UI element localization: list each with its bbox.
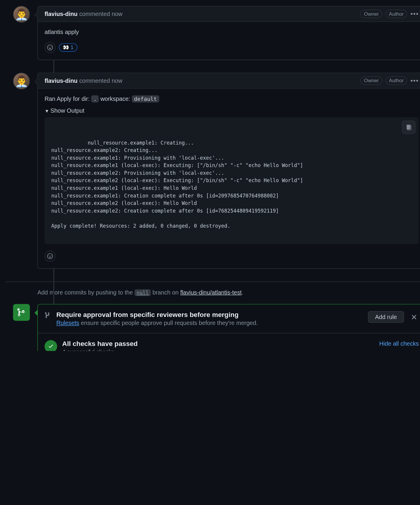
- comment-body: atlantis apply: [38, 22, 420, 42]
- comment-header: flavius-dinu commented now Owner Author …: [38, 73, 420, 89]
- rulesets-link[interactable]: Rulesets: [56, 320, 79, 326]
- author-link[interactable]: flavius-dinu: [45, 11, 78, 17]
- ruleset-title: Require approval from specific reviewers…: [56, 311, 363, 319]
- author-link[interactable]: flavius-dinu: [45, 77, 78, 84]
- reaction-count: 1: [71, 45, 73, 51]
- repo-link[interactable]: flavius-dinu/atlantis-test: [180, 289, 242, 296]
- workspace-code: default: [132, 95, 159, 102]
- avatar[interactable]: [13, 73, 30, 90]
- git-branch-icon: [45, 312, 51, 319]
- ran-apply-prefix: Ran Apply for dir:: [45, 95, 91, 102]
- output-code-block: null_resource.example1: Creating... null…: [45, 117, 419, 244]
- merge-panel: Require approval from specific reviewers…: [38, 304, 420, 351]
- checks-title: All checks have passed: [62, 340, 138, 348]
- kebab-menu-icon[interactable]: •••: [411, 10, 419, 18]
- owner-badge: Owner: [361, 77, 382, 85]
- eyes-reaction[interactable]: 👀 1: [59, 43, 77, 51]
- author-badge: Author: [385, 10, 407, 18]
- show-output-summary[interactable]: Show Output: [45, 107, 419, 114]
- checks-subtitle: 4 successful checks: [62, 349, 138, 351]
- branch-name: null: [135, 289, 151, 296]
- push-hint-text: .: [242, 289, 243, 296]
- copy-icon[interactable]: [402, 121, 415, 134]
- add-reaction-icon[interactable]: [45, 251, 56, 262]
- dir-code: .: [91, 95, 99, 102]
- comment-item: flavius-dinu commented now Owner Author …: [38, 73, 420, 269]
- avatar[interactable]: [13, 6, 30, 23]
- add-reaction-icon[interactable]: [45, 42, 56, 53]
- push-hint-text: Add more commits by pushing to the: [38, 289, 135, 296]
- comment-time[interactable]: now: [112, 11, 122, 17]
- push-hint: Add more commits by pushing to the null …: [38, 289, 420, 296]
- close-icon[interactable]: ✕: [409, 311, 419, 324]
- add-rule-button[interactable]: Add rule: [368, 311, 404, 323]
- workspace-label: workspace:: [101, 95, 132, 102]
- ruleset-desc: ensure specific people approve pull requ…: [79, 320, 258, 326]
- comment-body: Ran Apply for dir: . workspace: default …: [38, 89, 420, 251]
- hide-checks-link[interactable]: Hide all checks: [379, 340, 419, 347]
- comment-item: flavius-dinu commented now Owner Author …: [38, 6, 420, 60]
- comment-action: commented: [79, 11, 110, 17]
- comment-time[interactable]: now: [112, 77, 122, 84]
- author-badge: Author: [385, 77, 407, 85]
- owner-badge: Owner: [361, 10, 382, 18]
- timeline-divider: [6, 281, 420, 282]
- kebab-menu-icon[interactable]: •••: [411, 77, 419, 85]
- comment-header: flavius-dinu commented now Owner Author …: [38, 6, 420, 22]
- eyes-icon: 👀: [63, 45, 69, 51]
- push-hint-text: branch on: [152, 289, 180, 296]
- comment-action: commented: [79, 77, 110, 84]
- output-text: null_resource.example1: Creating... null…: [51, 140, 303, 229]
- check-circle-icon: [45, 340, 57, 351]
- show-output-details[interactable]: Show Output null_resource.example1: Crea…: [45, 107, 419, 244]
- git-merge-icon: [13, 304, 30, 321]
